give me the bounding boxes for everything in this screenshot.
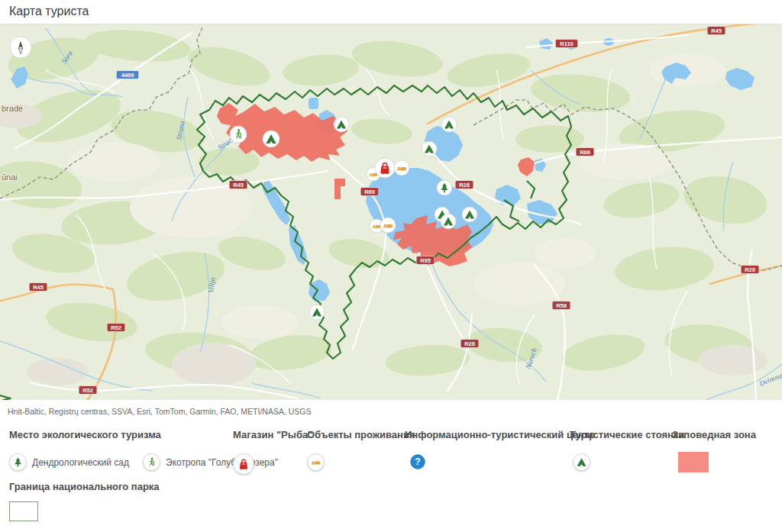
bed-marker[interactable] bbox=[394, 160, 409, 176]
road-shield-r110: R110 bbox=[555, 40, 577, 48]
legend-title-camps: Туристические стоянки bbox=[570, 429, 684, 440]
legend-title-eco-tourism: Место экологического туризма bbox=[9, 429, 161, 440]
camp-tent-icon bbox=[573, 453, 590, 471]
legend-group-camps: Туристические стоянки bbox=[570, 429, 684, 440]
tent-marker[interactable] bbox=[309, 305, 325, 320]
page-title: Карта туриста bbox=[9, 5, 89, 18]
svg-text:R28: R28 bbox=[464, 340, 475, 347]
lodging-bed-icon bbox=[307, 453, 325, 471]
road-shield-r86: R86 bbox=[576, 148, 594, 156]
town-label: bradė bbox=[2, 104, 23, 113]
legend-title-info-center: Информационно-туристический центр bbox=[405, 429, 595, 440]
svg-text:R29: R29 bbox=[745, 266, 755, 273]
compass-marker[interactable] bbox=[10, 37, 31, 58]
map-canvas[interactable]: ? bbox=[0, 24, 782, 400]
svg-text:R58: R58 bbox=[556, 302, 567, 309]
svg-text:R28: R28 bbox=[459, 182, 470, 189]
svg-text:R110: R110 bbox=[560, 40, 574, 47]
tent-marker[interactable] bbox=[441, 117, 457, 132]
svg-text:R52: R52 bbox=[111, 324, 121, 331]
road-shield-r58: R58 bbox=[552, 301, 570, 310]
svg-text:R52: R52 bbox=[82, 387, 93, 394]
tent-marker[interactable] bbox=[263, 131, 280, 147]
legend-item-label: Дендрологический сад bbox=[32, 457, 129, 468]
svg-text:R45: R45 bbox=[233, 182, 244, 189]
info-center-question-icon bbox=[409, 453, 426, 470]
bed-marker[interactable] bbox=[380, 218, 396, 233]
legend: Место экологического туризма Дендрологич… bbox=[0, 426, 782, 532]
tent-marker[interactable] bbox=[462, 207, 477, 222]
tourist-map-app: Карта туриста bbox=[0, 0, 782, 532]
legend-title-reserve-zone: Заповедная зона bbox=[672, 429, 756, 440]
road-shield-r29: R29 bbox=[741, 266, 759, 274]
reserve-zone-swatch bbox=[678, 452, 709, 472]
terrain bbox=[0, 24, 782, 400]
road-shield-r45: R45 bbox=[229, 181, 247, 189]
road-shield-r45: R45 bbox=[29, 283, 47, 292]
svg-text:R86: R86 bbox=[580, 149, 590, 156]
svg-text:R45: R45 bbox=[711, 27, 722, 34]
legend-group-eco-tourism: Место экологического туризма Дендрологич… bbox=[9, 429, 161, 440]
road-shield-r52: R52 bbox=[107, 324, 125, 332]
tree-marker[interactable] bbox=[437, 180, 452, 195]
legend-item-label: Экотропа "Голубые озера" bbox=[166, 457, 278, 468]
legend-group-lodging: Объекты проживания bbox=[307, 429, 415, 440]
legend-group-info-center: Информационно-туристический центр bbox=[405, 429, 595, 440]
legend-group-park-border: Граница национального парка bbox=[9, 481, 160, 521]
header: Карта туриста bbox=[0, 0, 782, 24]
ecotrail-hiker-icon bbox=[143, 453, 160, 471]
legend-title-lodging: Объекты проживания bbox=[307, 429, 415, 440]
road-shield-r60: R60 bbox=[360, 188, 379, 196]
map-attribution: Hnit-Baltic, Registrų centras, SSVA, Esr… bbox=[8, 407, 312, 416]
road-shield-r45: R45 bbox=[707, 27, 725, 35]
svg-text:R95: R95 bbox=[420, 257, 431, 264]
road-shield-r28: R28 bbox=[455, 181, 473, 189]
svg-text:R60: R60 bbox=[364, 189, 375, 195]
tent-marker[interactable] bbox=[422, 141, 437, 156]
town-label: ūnai bbox=[2, 172, 18, 182]
road-shield-4409: 4409 bbox=[116, 71, 138, 79]
park-border-swatch bbox=[9, 501, 38, 521]
bag-marker[interactable] bbox=[375, 158, 395, 178]
svg-text:R45: R45 bbox=[33, 284, 44, 291]
tent-marker[interactable] bbox=[334, 117, 349, 132]
road-shield-r28: R28 bbox=[460, 340, 479, 348]
road-shield-r95: R95 bbox=[416, 256, 435, 265]
hiker-marker[interactable] bbox=[230, 126, 247, 143]
dendrological-garden-icon bbox=[9, 453, 27, 471]
map-svg[interactable]: ? bbox=[0, 24, 782, 400]
legend-group-reserve-zone: Заповедная зона bbox=[672, 429, 756, 440]
fish-shop-bag-icon bbox=[233, 453, 254, 475]
legend-title-park-border: Граница национального парка bbox=[9, 481, 160, 492]
tent-marker[interactable] bbox=[441, 214, 456, 229]
svg-text:4409: 4409 bbox=[121, 72, 134, 79]
legend-title-fish-shop: Магазин "Рыба" bbox=[233, 429, 312, 440]
road-shield-r52: R52 bbox=[79, 386, 97, 395]
legend-group-fish-shop: Магазин "Рыба" bbox=[233, 429, 312, 440]
